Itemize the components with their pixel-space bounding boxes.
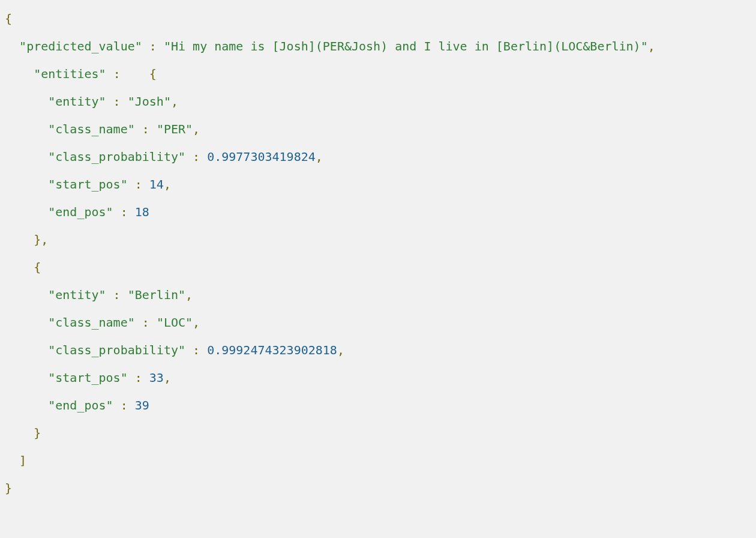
- key-entity-0: "entity": [48, 94, 106, 109]
- entities-open: : {: [106, 67, 157, 81]
- val-entity-0: "Josh": [128, 94, 171, 109]
- brace-close: }: [34, 426, 41, 440]
- comma: ,: [171, 94, 178, 109]
- val-entity-1: "Berlin": [128, 288, 185, 302]
- val-classprob-1: 0.9992474323902818: [207, 343, 337, 357]
- colon: :: [185, 343, 207, 357]
- comma: ,: [193, 122, 200, 136]
- brace-open: {: [34, 260, 41, 274]
- comma: ,: [316, 150, 323, 164]
- key-startpos-1: "start_pos": [48, 370, 127, 385]
- brace-close: }: [5, 481, 12, 495]
- key-predicted-value: "predicted_value": [19, 39, 142, 53]
- comma: ,: [337, 343, 344, 357]
- colon: :: [128, 177, 149, 192]
- val-predicted-value: "Hi my name is [Josh](PER&Josh) and I li…: [164, 39, 648, 53]
- comma: ,: [164, 177, 171, 192]
- key-entities: "entities": [34, 67, 106, 81]
- val-classprob-0: 0.9977303419824: [207, 150, 316, 164]
- key-classprob-0: "class_probability": [48, 150, 185, 164]
- colon: :: [106, 288, 128, 302]
- key-classname-0: "class_name": [48, 122, 135, 136]
- key-startpos-0: "start_pos": [48, 177, 127, 192]
- val-endpos-0: 18: [135, 205, 149, 219]
- colon: :: [106, 94, 128, 109]
- key-entity-1: "entity": [48, 288, 106, 302]
- val-startpos-1: 33: [149, 370, 164, 385]
- colon: :: [142, 39, 164, 53]
- comma: ,: [41, 232, 48, 247]
- key-endpos-0: "end_pos": [48, 205, 113, 219]
- colon: :: [135, 122, 157, 136]
- json-code-block: { "predicted_value" : "Hi my name is [Jo…: [0, 0, 756, 507]
- colon: :: [185, 150, 207, 164]
- val-classname-1: "LOC": [157, 315, 193, 330]
- comma: ,: [185, 288, 193, 302]
- bracket-close: ]: [19, 453, 26, 468]
- brace-close: }: [34, 232, 41, 247]
- colon: :: [128, 370, 149, 385]
- colon: :: [135, 315, 157, 330]
- val-endpos-1: 39: [135, 398, 149, 413]
- val-startpos-0: 14: [149, 177, 164, 192]
- comma: ,: [164, 370, 171, 385]
- brace-open: {: [5, 11, 12, 26]
- key-classprob-1: "class_probability": [48, 343, 185, 357]
- colon: :: [113, 205, 135, 219]
- comma: ,: [193, 315, 200, 330]
- key-endpos-1: "end_pos": [48, 398, 113, 413]
- colon: :: [113, 398, 135, 413]
- val-classname-0: "PER": [157, 122, 193, 136]
- key-classname-1: "class_name": [48, 315, 135, 330]
- comma: ,: [648, 39, 655, 53]
